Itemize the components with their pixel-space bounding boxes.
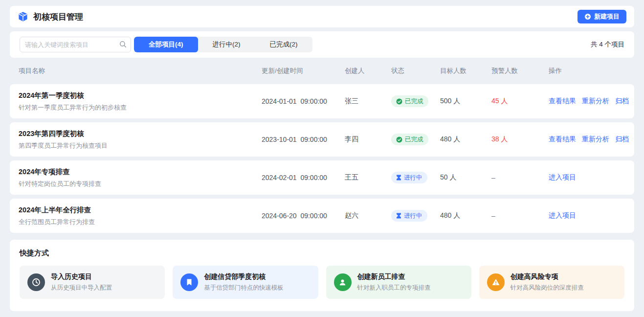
row-actions: 进入项目 [549,211,625,220]
search-icon [119,41,127,48]
target-count: 480 人 [440,135,491,144]
total-count: 共 4 个项目 [591,40,624,49]
check-circle-icon [396,136,402,143]
user-icon [334,273,352,291]
table-row: 2024年上半年全行排查 全行范围员工异常行为排查 2024-06-20 09:… [10,199,634,233]
shortcut-desc: 针对新入职员工的专项排查 [357,284,431,292]
tab-in-progress[interactable]: 进行中(2) [198,37,255,52]
hourglass-icon [396,175,401,181]
project-list: 2024年第一季度初核 针对第一季度员工异常行为的初步核查 2024-01-01… [10,84,634,233]
reanalyze-link[interactable]: 重新分析 [582,97,609,106]
project-name-cell: 2024年专项排查 针对特定岗位员工的专项排查 [19,167,262,188]
update-time: 2024-06-20 09:00:00 [262,212,345,220]
status-badge: 进行中 [391,210,427,222]
table-row: 2023年第四季度初核 第四季度员工异常行为核查项目 2023-10-01 09… [10,122,634,157]
project-desc: 第四季度员工异常行为核查项目 [19,141,262,150]
status-label: 已完成 [405,97,423,106]
status-label: 进行中 [404,212,422,220]
creator: 王五 [345,173,391,182]
table-row: 2024年第一季度初核 针对第一季度员工异常行为的初步核查 2024-01-01… [10,84,634,118]
status-badge: 已完成 [391,95,428,107]
shortcut-text: 导入历史项目 从历史项目中导入配置 [51,272,112,292]
row-actions: 查看结果 重新分析 归档 [549,135,629,144]
shortcut-high-risk-special[interactable]: 创建高风险专项 针对高风险岗位的深度排查 [479,266,624,299]
hourglass-icon [396,213,401,219]
shortcut-text: 创建信贷部季度初核 基于信贷部门特点的快速模板 [204,272,284,292]
shortcut-title: 创建信贷部季度初核 [204,272,284,281]
project-name: 2024年上半年全行排查 [19,205,262,215]
status-badge: 进行中 [391,172,427,183]
creator: 李四 [345,135,391,144]
creator: 张三 [345,97,391,106]
bookmark-icon [180,273,198,291]
col-creator: 创建人 [345,67,391,75]
project-name-cell: 2024年第一季度初核 针对第一季度员工异常行为的初步核查 [19,91,262,112]
status-label: 进行中 [404,174,422,182]
project-name: 2024年专项排查 [19,167,262,177]
shortcut-title: 导入历史项目 [51,272,112,281]
view-results-link[interactable]: 查看结果 [549,135,576,144]
update-time: 2024-01-01 09:00:00 [262,97,345,105]
project-name-cell: 2023年第四季度初核 第四季度员工异常行为核查项目 [19,129,262,150]
archive-link[interactable]: 归档 [615,97,629,106]
col-target-count: 目标人数 [440,67,491,75]
project-desc: 针对特定岗位员工的专项排查 [19,180,262,188]
shortcuts-title: 快捷方式 [20,249,624,258]
app-cube-icon [18,11,28,22]
plus-circle-icon [584,13,591,20]
new-project-button[interactable]: 新建项目 [577,10,626,23]
row-actions: 查看结果 重新分析 归档 [549,97,629,106]
col-warning-count: 预警人数 [491,67,549,75]
toolbar: 全部项目(4) 进行中(2) 已完成(2) 共 4 个项目 [10,31,634,58]
warning-count: – [491,174,549,181]
project-name: 2023年第四季度初核 [19,129,262,138]
col-actions: 操作 [549,67,625,75]
col-status: 状态 [391,67,440,75]
search-input[interactable] [20,37,131,52]
enter-project-link[interactable]: 进入项目 [549,211,576,220]
table-header: 项目名称 更新/创建时间 创建人 状态 目标人数 预警人数 操作 [10,58,634,84]
table-row: 2024年专项排查 针对特定岗位员工的专项排查 2024-02-01 09:00… [10,160,634,195]
tab-completed[interactable]: 已完成(2) [255,37,312,52]
shortcut-desc: 从历史项目中导入配置 [51,284,112,292]
shortcuts-panel: 快捷方式 导入历史项目 从历史项目中导入配置 创建信贷部季度初核 [10,240,634,311]
search-box [20,37,131,52]
update-time: 2023-10-01 09:00:00 [262,136,345,143]
shortcut-credit-dept-review[interactable]: 创建信贷部季度初核 基于信贷部门特点的快速模板 [173,266,318,299]
shortcut-desc: 针对高风险岗位的深度排查 [511,284,584,292]
new-project-button-label: 新建项目 [594,12,620,21]
shortcut-grid: 导入历史项目 从历史项目中导入配置 创建信贷部季度初核 基于信贷部门特点的快速模… [20,266,624,299]
enter-project-link[interactable]: 进入项目 [549,173,576,182]
col-project-name: 项目名称 [19,67,262,75]
clock-icon [27,273,45,291]
row-actions: 进入项目 [549,173,625,182]
project-desc: 全行范围员工异常行为排查 [19,218,262,226]
project-name: 2024年第一季度初核 [19,91,262,100]
status-badge: 已完成 [391,134,428,145]
warning-count: 45 人 [491,97,549,106]
creator: 赵六 [345,211,391,220]
project-desc: 针对第一季度员工异常行为的初步核查 [19,103,262,112]
title-bar: 初核项目管理 新建项目 [10,6,634,27]
reanalyze-link[interactable]: 重新分析 [582,135,609,144]
check-circle-icon [396,98,402,105]
target-count: 50 人 [440,173,491,182]
update-time: 2024-02-01 09:00:00 [262,174,345,181]
project-name-cell: 2024年上半年全行排查 全行范围员工异常行为排查 [19,205,262,226]
tab-all-projects[interactable]: 全部项目(4) [134,37,198,52]
page-title: 初核项目管理 [33,11,83,23]
archive-link[interactable]: 归档 [615,135,629,144]
target-count: 500 人 [440,97,491,106]
target-count: 480 人 [440,211,491,220]
shortcut-title: 创建高风险专项 [511,272,584,281]
shortcut-desc: 基于信贷部门特点的快速模板 [204,284,284,292]
shortcut-title: 创建新员工排查 [357,272,431,281]
shortcut-import-history[interactable]: 导入历史项目 从历史项目中导入配置 [20,266,165,299]
status-label: 已完成 [405,136,423,144]
warning-count: – [491,212,549,220]
filter-tabs: 全部项目(4) 进行中(2) 已完成(2) [134,37,312,52]
view-results-link[interactable]: 查看结果 [549,97,576,106]
warning-count: 38 人 [491,135,549,144]
shortcut-text: 创建高风险专项 针对高风险岗位的深度排查 [511,272,584,292]
shortcut-new-employee-check[interactable]: 创建新员工排查 针对新入职员工的专项排查 [326,266,471,299]
